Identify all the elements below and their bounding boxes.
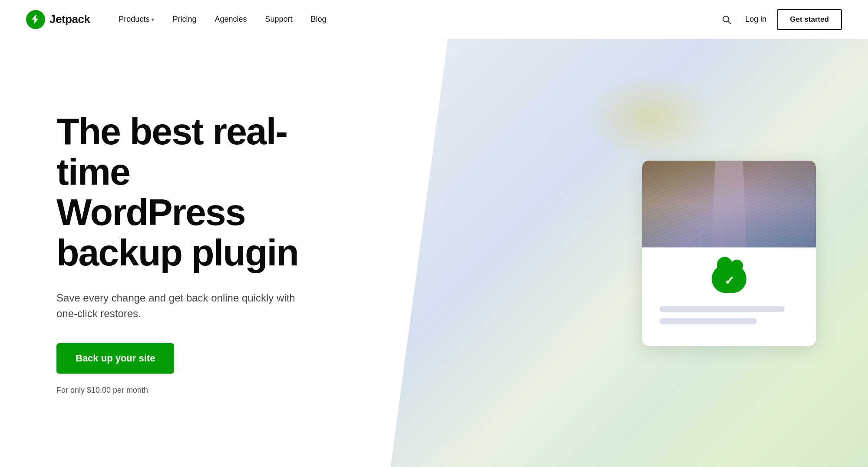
card-lines bbox=[660, 306, 799, 324]
products-chevron-icon: ▾ bbox=[152, 17, 154, 23]
price-note: For only $10.00 per month bbox=[56, 386, 356, 395]
card-image bbox=[642, 160, 816, 247]
search-button[interactable] bbox=[718, 11, 735, 28]
hero-subtitle: Save every change and get back online qu… bbox=[56, 290, 300, 321]
cloud-check-icon: ✓ bbox=[724, 273, 734, 288]
header-right: Log in Get started bbox=[718, 9, 842, 30]
hero-card: ✓ bbox=[642, 160, 816, 346]
nav-products[interactable]: Products ▾ bbox=[112, 11, 161, 27]
nav-agencies[interactable]: Agencies bbox=[208, 11, 254, 27]
cloud-backup-icon: ✓ bbox=[712, 265, 746, 293]
card-line-1 bbox=[660, 306, 785, 312]
cloud-shape: ✓ bbox=[712, 265, 746, 293]
header-left: Jetpack Products ▾ Pricing Agencies Supp… bbox=[26, 10, 333, 29]
logo-icon bbox=[26, 10, 45, 29]
cta-button[interactable]: Back up your site bbox=[56, 343, 174, 374]
nav-support[interactable]: Support bbox=[258, 11, 299, 27]
logo-link[interactable]: Jetpack bbox=[26, 10, 90, 29]
hero-content: The best real-time WordPress backup plug… bbox=[0, 76, 382, 430]
login-link[interactable]: Log in bbox=[745, 15, 766, 24]
cta-area: Back up your site For only $10.00 per mo… bbox=[56, 343, 356, 395]
site-header: Jetpack Products ▾ Pricing Agencies Supp… bbox=[0, 0, 868, 39]
hero-title: The best real-time WordPress backup plug… bbox=[56, 111, 356, 273]
nav-pricing[interactable]: Pricing bbox=[165, 11, 203, 27]
bg-glow bbox=[586, 74, 716, 161]
main-content: The best real-time WordPress backup plug… bbox=[0, 39, 868, 467]
logo-text: Jetpack bbox=[50, 13, 90, 26]
card-line-2 bbox=[660, 318, 757, 324]
card-body: ✓ bbox=[642, 247, 816, 346]
nav-blog[interactable]: Blog bbox=[304, 11, 333, 27]
main-nav: Products ▾ Pricing Agencies Support Blog bbox=[112, 11, 333, 27]
search-icon bbox=[722, 15, 731, 24]
svg-line-1 bbox=[728, 21, 731, 23]
get-started-button[interactable]: Get started bbox=[777, 9, 842, 30]
hero-card-container: ✓ bbox=[642, 160, 816, 346]
